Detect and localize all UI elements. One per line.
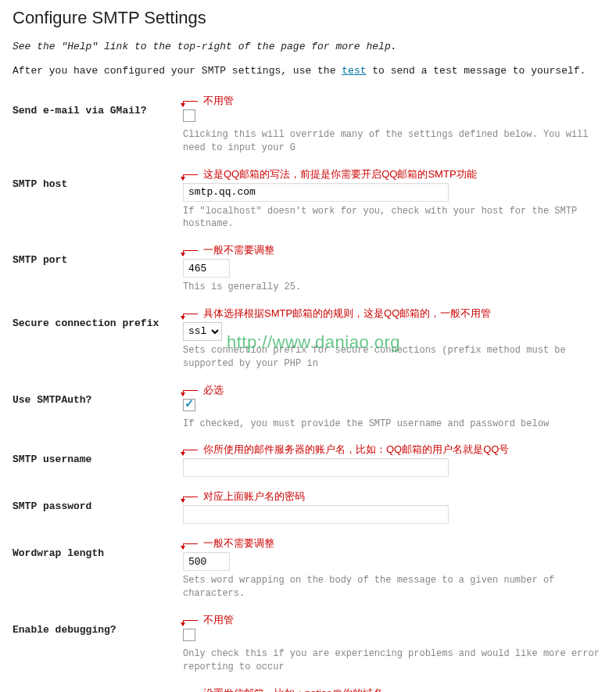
gmail-hint: Clicking this will override many of the … [183, 128, 603, 155]
test-link[interactable]: test [342, 65, 366, 77]
auth-checkbox[interactable] [183, 399, 195, 411]
debug-label: Enable debugging? [13, 607, 183, 680]
host-input[interactable] [183, 183, 449, 202]
gmail-label: Send e-mail via GMail? [13, 88, 183, 161]
host-label: SMTP host [13, 161, 183, 238]
sender-email-annotation: 设置发信邮箱，比如：notice@你的域名 [183, 687, 603, 692]
intro-text: After you have configured your SMTP sett… [13, 65, 603, 77]
host-hint: If "localhost" doesn't work for you, che… [183, 205, 603, 231]
username-label: SMTP username [13, 436, 183, 483]
auth-hint: If checked, you must provide the SMTP us… [183, 418, 603, 431]
password-input[interactable] [183, 505, 449, 524]
username-annotation: 你所使用的邮件服务器的账户名，比如：QQ邮箱的用户名就是QQ号 [183, 443, 603, 457]
username-input[interactable] [183, 458, 449, 477]
port-input[interactable] [183, 259, 230, 278]
port-annotation: 一般不需要调整 [183, 243, 603, 257]
page-title: Configure SMTP Settings [13, 8, 603, 28]
debug-hint: Only check this if you are experiencing … [183, 647, 603, 674]
secure-annotation: 具体选择根据SMTP邮箱的的规则，这是QQ邮箱的，一般不用管 [183, 307, 603, 321]
secure-select[interactable]: ssl [183, 322, 222, 341]
password-label: SMTP password [13, 483, 183, 530]
wordwrap-annotation: 一般不需要调整 [183, 536, 603, 550]
gmail-annotation: 不用管 [183, 94, 603, 108]
wordwrap-input[interactable] [183, 552, 230, 571]
auth-annotation: 必选 [183, 383, 603, 397]
port-hint: This is generally 25. [183, 281, 603, 294]
secure-hint: Sets connection prefix for secure connec… [183, 344, 603, 371]
debug-annotation: 不用管 [183, 613, 603, 627]
wordwrap-hint: Sets word wrapping on the body of the me… [183, 574, 603, 601]
auth-label: Use SMTPAuth? [13, 377, 183, 437]
wordwrap-label: Wordwrap length [13, 530, 183, 607]
secure-label: Secure connection prefix [13, 300, 183, 377]
settings-form: Send e-mail via GMail? 不用管 Clicking this… [13, 88, 603, 692]
sender-email-label: Sender e-mail [13, 680, 183, 692]
host-annotation: 这是QQ邮箱的写法，前提是你需要开启QQ邮箱的SMTP功能 [183, 167, 603, 181]
port-label: SMTP port [13, 237, 183, 300]
help-text: See the "Help" link to the top-right of … [13, 41, 603, 52]
debug-checkbox[interactable] [183, 629, 195, 641]
gmail-checkbox[interactable] [183, 109, 195, 122]
password-annotation: 对应上面账户名的密码 [183, 489, 603, 504]
